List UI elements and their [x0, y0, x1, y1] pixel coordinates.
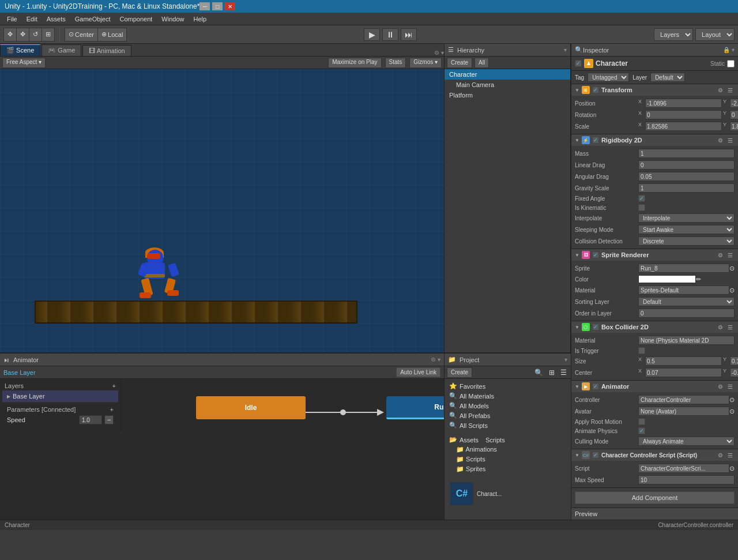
stats-btn[interactable]: Stats [385, 58, 406, 68]
param-speed-input[interactable] [79, 415, 102, 424]
hand-tool[interactable]: ✥ [4, 28, 17, 41]
controller-input[interactable] [638, 395, 729, 404]
folder-scripts[interactable]: 📁 Scripts [445, 454, 571, 464]
project-list-btn[interactable]: ☰ [559, 368, 568, 377]
hierarchy-item-maincamera[interactable]: Main Camera [445, 80, 570, 90]
script-pick-icon[interactable]: ⊙ [729, 465, 735, 472]
project-search-icon[interactable]: 🔍 [533, 368, 545, 377]
object-name[interactable]: Character [596, 59, 708, 67]
angular-drag-input[interactable] [638, 172, 735, 181]
tag-select[interactable]: Untagged [588, 73, 629, 82]
cc-menu[interactable]: ☰ [726, 452, 735, 459]
menu-assets[interactable]: Assets [42, 14, 70, 24]
bc-size-x-input[interactable] [645, 356, 722, 366]
rb2d-header[interactable]: ▼ ⚡ Rigidbody 2D ⚙ ☰ [571, 134, 738, 146]
transform-header[interactable]: ▼ ⊞ Transform ⚙ ☰ [571, 84, 738, 96]
anim-comp-menu[interactable]: ☰ [726, 383, 735, 390]
scripts-tab[interactable]: Scripts [485, 437, 505, 444]
rot-x-input[interactable] [645, 110, 722, 119]
rotate-tool[interactable]: ↺ [29, 28, 42, 41]
folder-sprites[interactable]: 📁 Sprites [445, 464, 571, 474]
run-state-node[interactable]: Run [386, 396, 444, 419]
max-speed-input[interactable] [638, 475, 735, 484]
hierarchy-collapse[interactable]: ▾ [564, 47, 567, 53]
fav-all-scripts[interactable]: 🔍 All Scripts [445, 420, 571, 430]
bc-material-input[interactable] [638, 336, 735, 345]
menu-gameobject[interactable]: GameObject [70, 14, 115, 24]
hierarchy-create-btn[interactable]: Create [447, 58, 472, 68]
fav-header[interactable]: ⭐ Favorites [445, 381, 571, 391]
menu-window[interactable]: Window [157, 14, 189, 24]
fav-all-prefabs[interactable]: 🔍 All Prefabs [445, 411, 571, 420]
transform-enabled[interactable] [592, 87, 599, 93]
avatar-pick-icon[interactable]: ⊙ [729, 408, 735, 415]
close-button[interactable]: ✕ [225, 2, 235, 10]
param-minus-btn[interactable]: − [104, 415, 114, 424]
material-pick-icon[interactable]: ⊙ [729, 287, 735, 294]
inspector-collapse[interactable]: 🔒 ▾ [723, 47, 735, 53]
layer-select[interactable]: Default [650, 73, 685, 82]
maximize-on-play-btn[interactable]: Maximize on Play [328, 58, 381, 68]
bc-center-x-input[interactable] [645, 368, 722, 377]
sr-settings[interactable]: ⚙ [716, 251, 725, 259]
add-component-button[interactable]: Add Component [575, 491, 735, 504]
sr-header[interactable]: ▼ 🖼 Sprite Renderer ⚙ ☰ [571, 249, 738, 261]
cc-enabled[interactable] [592, 452, 599, 458]
cc-header[interactable]: ▼ C# Character Controller Script (Script… [571, 449, 738, 461]
pause-button[interactable]: ⏸ [382, 28, 398, 41]
mass-input[interactable] [638, 149, 735, 158]
fixed-angle-checkbox[interactable] [638, 195, 645, 202]
panel-collapse-btn[interactable]: ⚙ ▾ [434, 50, 444, 56]
pos-y-input[interactable] [730, 99, 738, 108]
scale-tool[interactable]: ⊞ [42, 28, 54, 41]
fav-all-materials[interactable]: 🔍 All Materials [445, 391, 571, 401]
gravity-scale-input[interactable] [638, 183, 735, 193]
controller-pick-icon[interactable]: ⊙ [729, 396, 735, 404]
linear-drag-input[interactable] [638, 160, 735, 170]
character-object[interactable] [138, 250, 184, 302]
gizmos-btn[interactable]: Gizmos ▾ [409, 58, 442, 68]
assets-header[interactable]: 📂 Assets Scripts [445, 435, 571, 445]
tab-animation[interactable]: 🎞 Animation [82, 45, 131, 56]
cc-settings[interactable]: ⚙ [716, 452, 725, 459]
tab-game[interactable]: 🎮 Game [42, 44, 81, 56]
color-pick-icon[interactable]: ✏ [696, 276, 701, 283]
anim-comp-enabled[interactable] [592, 383, 599, 390]
rot-y-input[interactable] [730, 110, 738, 119]
idle-state-node[interactable]: Idle [196, 396, 306, 419]
params-add-btn[interactable]: + [110, 406, 114, 413]
bc-enabled[interactable] [592, 324, 599, 330]
auto-live-btn[interactable]: Auto Live Link [396, 367, 440, 377]
pos-x-input[interactable] [645, 99, 722, 108]
culling-mode-select[interactable]: Always Animate [638, 437, 735, 446]
bc-settings[interactable]: ⚙ [716, 324, 725, 331]
free-aspect-dropdown[interactable]: Free Aspect ▾ [2, 58, 46, 68]
sprite-input[interactable] [638, 264, 729, 273]
space-button[interactable]: ⊕ Local [98, 28, 126, 41]
scene-content[interactable] [0, 69, 444, 352]
animate-physics-checkbox[interactable] [638, 427, 645, 434]
bc-header[interactable]: ▼ ⬡ Box Collider 2D ⚙ ☰ [571, 321, 738, 333]
project-create-btn[interactable]: Create [447, 367, 472, 378]
anim-comp-settings[interactable]: ⚙ [716, 383, 725, 390]
layers-dropdown[interactable]: Layers [654, 28, 693, 41]
scl-x-input[interactable] [645, 122, 722, 131]
static-checkbox[interactable] [727, 60, 735, 67]
is-kinematic-checkbox[interactable] [638, 204, 645, 211]
collision-detection-select[interactable]: Discrete [638, 236, 735, 246]
scl-y-input[interactable] [730, 122, 738, 131]
sprite-pick-icon[interactable]: ⊙ [729, 265, 735, 272]
tab-scene[interactable]: 🎬 Scene [0, 44, 40, 56]
layout-dropdown[interactable]: Layout [695, 28, 735, 41]
rb2d-settings[interactable]: ⚙ [716, 137, 725, 144]
color-swatch[interactable] [638, 275, 696, 283]
hierarchy-item-character[interactable]: Character [445, 69, 570, 80]
move-tool[interactable]: ✥ [17, 28, 29, 41]
apply-root-checkbox[interactable] [638, 418, 645, 425]
hierarchy-all-btn[interactable]: All [475, 58, 489, 68]
minimize-button[interactable]: ─ [199, 2, 210, 10]
bc-menu[interactable]: ☰ [726, 324, 735, 331]
project-icon-btn[interactable]: ⊞ [547, 368, 556, 377]
menu-component[interactable]: Component [115, 14, 157, 24]
animator-canvas[interactable]: Any State Idle [121, 379, 444, 430]
